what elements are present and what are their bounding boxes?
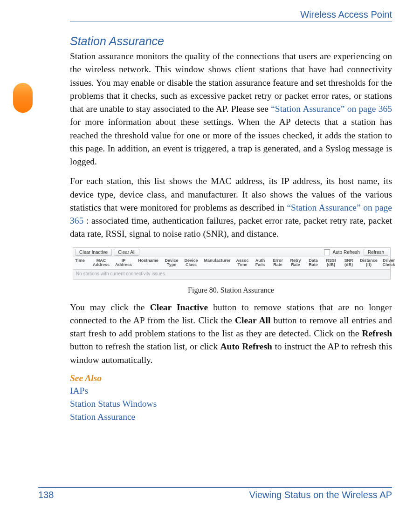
col-snr: SNR (dB) [341, 259, 357, 267]
col-assoc-time: Assoc Time [234, 259, 250, 267]
col-hostname: Hostname [136, 259, 161, 267]
page-number: 138 [38, 490, 54, 500]
clear-all-button[interactable]: Clear All [114, 249, 139, 256]
col-mac-address: MAC Address [91, 259, 111, 267]
col-rssi: RSSI (dB) [323, 259, 339, 267]
col-driver-check: Driver Check [381, 259, 397, 267]
text: for more information about these setting… [70, 117, 392, 166]
figure-80: Clear Inactive Clear All Auto Refresh Re… [70, 247, 392, 294]
col-device-class: Device Class [182, 259, 200, 267]
text: button to refresh the station list, or c… [70, 341, 220, 351]
col-device-type: Device Type [163, 259, 180, 267]
col-retry-rate: Retry Rate [288, 259, 303, 267]
column-headers: Time MAC Address IP Address Hostname Dev… [73, 257, 390, 270]
col-manufacturer: Manufacturer [202, 259, 233, 267]
col-data-rate: Data Rate [305, 259, 321, 267]
bold-clear-inactive: Clear Inactive [150, 302, 208, 312]
text: You may click the [70, 302, 150, 312]
see-also-link-station-status-windows[interactable]: Station Status Windows [70, 397, 392, 410]
page-footer: 138 Viewing Status on the Wireless AP [38, 487, 392, 500]
clear-inactive-button[interactable]: Clear Inactive [75, 249, 112, 256]
side-tab-decor [13, 83, 33, 113]
empty-state-message: No stations with current connectivity is… [73, 270, 390, 279]
col-auth-fails: Auth Fails [252, 259, 268, 267]
col-distance: Distance (ft) [358, 259, 379, 267]
bold-auto-refresh: Auto Refresh [220, 341, 272, 351]
col-ip-address: IP Address [113, 259, 134, 267]
screenshot-station-assurance: Clear Inactive Clear All Auto Refresh Re… [73, 247, 391, 280]
chapter-title: Viewing Status on the Wireless AP [249, 490, 392, 500]
figure-caption: Figure 80. Station Assurance [70, 286, 392, 294]
xref-station-assurance-1[interactable]: “Station Assurance” on page 365 [271, 104, 392, 114]
see-also-list: IAPs Station Status Windows Station Assu… [70, 384, 392, 424]
paragraph-3: You may click the Clear Inactive button … [70, 301, 392, 367]
col-time: Time [75, 259, 89, 267]
refresh-button[interactable]: Refresh [364, 249, 388, 256]
auto-refresh-label: Auto Refresh [332, 250, 362, 255]
auto-refresh-checkbox[interactable] [324, 249, 330, 255]
see-also-link-station-assurance[interactable]: Station Assurance [70, 410, 392, 423]
figure-toolbar: Clear Inactive Clear All Auto Refresh Re… [73, 248, 390, 257]
paragraph-2: For each station, this list shows the MA… [70, 175, 392, 240]
see-also-heading: See Also [70, 373, 392, 383]
bold-refresh: Refresh [362, 328, 392, 338]
running-header: Wireless Access Point [70, 9, 392, 21]
see-also-link-iaps[interactable]: IAPs [70, 384, 392, 397]
page: Wireless Access Point Station Assurance … [0, 0, 420, 519]
section-title: Station Assurance [70, 34, 392, 48]
text: : associated time, authentication failur… [70, 216, 392, 239]
col-error-rate: Error Rate [270, 259, 286, 267]
paragraph-1: Station assurance monitors the quality o… [70, 50, 392, 168]
bold-clear-all: Clear All [235, 315, 270, 325]
